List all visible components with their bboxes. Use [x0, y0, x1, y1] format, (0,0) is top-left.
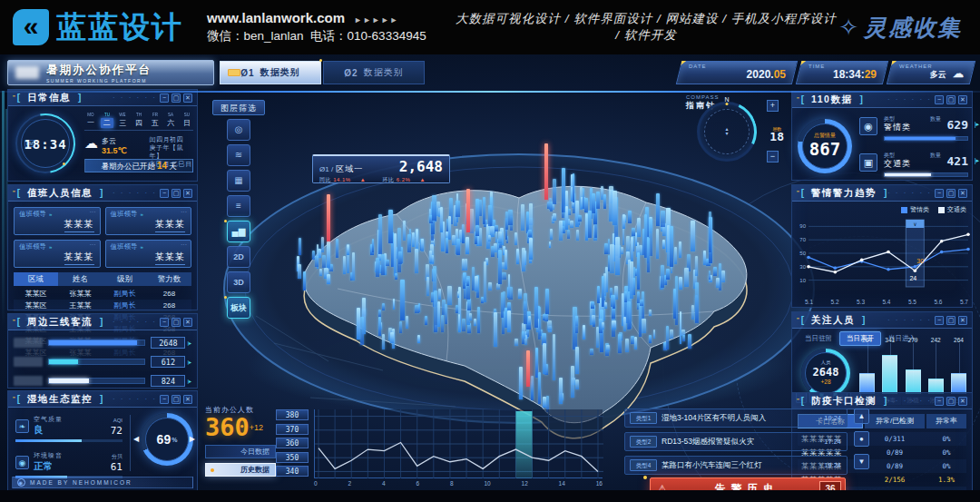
table-row[interactable]: 某某区张某某副局长268 — [14, 288, 191, 300]
panel-minimize-icon[interactable]: − — [935, 189, 944, 198]
alert-row[interactable]: 类型1湿地3-104片区有不明人员闯入◔19:24 — [624, 408, 848, 428]
layer-filter-title: 图层筛选 — [212, 100, 265, 115]
panel-minimize-icon[interactable]: − — [160, 189, 169, 198]
zoom-in-button[interactable]: + — [767, 100, 779, 112]
today-data-button[interactable]: 今日数据 — [205, 445, 276, 458]
weekday-cell[interactable]: TU二 — [101, 112, 113, 128]
alert-row[interactable]: 类型4某路口有小汽车连闯三个红灯◔19:24 — [624, 456, 848, 475]
duty-leader-card[interactable]: 值班领导»···某某某 — [14, 240, 101, 268]
bottom-strip — [0, 490, 980, 502]
gauge-next-arrow[interactable]: ▶ — [190, 435, 195, 443]
panel-minimize-icon[interactable]: − — [160, 94, 169, 103]
zoom-out-button[interactable]: − — [767, 151, 779, 162]
tooltip-compare: 同比 14.1% ▲ 环比 6.2% ▲ — [319, 176, 443, 184]
tab-data-screen-1[interactable]: Ø1数据类别 — [220, 61, 321, 84]
focus-tab[interactable]: 当日驻留 — [798, 331, 839, 346]
more-icon[interactable]: ··· — [90, 241, 96, 248]
weekday-cell[interactable]: FR五 — [149, 112, 162, 128]
alert-scroll-pause-button[interactable]: ● — [854, 431, 869, 447]
panel-restore-icon[interactable]: ▢ — [172, 318, 181, 327]
layer-button-mode-block[interactable]: 板块 — [227, 297, 250, 319]
weekday-cell[interactable]: WE三 — [116, 112, 129, 128]
weekday-cell[interactable]: TH四 — [132, 112, 145, 128]
weather-text: 多云 — [102, 137, 116, 145]
data110-row: ▣类型交通类数量421|▸ — [859, 152, 968, 182]
layer-button-mode-3d[interactable]: 3D — [227, 271, 250, 293]
layer-button-bars-layer[interactable]: ▄▆ — [227, 221, 250, 242]
alert-row[interactable]: 类型2RD13-53烟感报警疑似火灾◔17:24 — [624, 432, 848, 451]
panel-restore-icon[interactable]: ▢ — [172, 395, 181, 404]
layer-button-signal-layer[interactable]: ≋ — [227, 144, 250, 166]
alert-list: 类型1湿地3-104片区有不明人员闯入◔19:24类型2RD13-53烟感报警疑… — [624, 408, 848, 479]
type-name: 警情类 — [884, 122, 911, 133]
occupancy-delta: +12 — [250, 423, 263, 432]
col-abnormal-detected[interactable]: 异常/已检测 — [865, 414, 925, 428]
header-divider — [0, 91, 980, 93]
panel-restore-icon[interactable]: ▢ — [946, 316, 956, 325]
panel-restore-icon[interactable]: ▢ — [946, 189, 956, 198]
alert-type-badge: 类型4 — [630, 459, 657, 471]
panel-close-icon[interactable]: ✕ — [183, 395, 192, 404]
gauge-prev-arrow[interactable]: ◀ — [133, 435, 139, 443]
legend-item[interactable]: 交通类 — [938, 205, 966, 214]
chevron-icon: |▸ — [975, 157, 979, 164]
duty-leader-card[interactable]: 值班领导»···某某某 — [105, 240, 192, 268]
weekday-cell[interactable]: SA六 — [164, 112, 177, 128]
x-tick: 5.5 — [908, 299, 916, 305]
duty-leader-name: 某某某 — [155, 218, 185, 232]
panel-restore-icon[interactable]: ▢ — [172, 189, 181, 198]
tab-data-screen-2[interactable]: Ø2数据类别 — [323, 61, 425, 84]
layer-button-list-layer[interactable]: ≡ — [227, 195, 250, 217]
layer-button-mode-2d[interactable]: 2D — [227, 246, 250, 268]
more-icon[interactable]: ··· — [181, 241, 187, 248]
panel-close-icon[interactable]: ✕ — [183, 94, 192, 103]
website-link[interactable]: www.lanlanwork.com — [207, 10, 345, 25]
alarm-type-icon: ◉ — [859, 117, 877, 135]
panel-close-icon[interactable]: ✕ — [958, 189, 967, 198]
col-abnormal-rate[interactable]: 异常率 — [926, 414, 966, 428]
alert-scroll-up-button[interactable]: ▲ — [854, 408, 869, 424]
weekday-cell[interactable]: SU日 — [181, 112, 193, 128]
panel-passenger-flow: ”[周边三线客流]· · · · · ·−▢✕ 2648|▸612|▸824|▸ — [7, 313, 198, 389]
tick-icon: |▸ — [187, 340, 191, 346]
alert-scroll-down-button[interactable]: ▼ — [854, 454, 869, 469]
panel-close-icon[interactable]: ✕ — [958, 95, 967, 104]
map-3d-view[interactable] — [220, 134, 818, 448]
layer-button-locate-layer[interactable]: ◎ — [227, 119, 250, 141]
panel-close-icon[interactable]: ✕ — [183, 318, 192, 327]
duty-leader-name: 某某某 — [64, 251, 94, 265]
panel-minimize-icon[interactable]: − — [935, 397, 944, 406]
panel-close-icon[interactable]: ✕ — [183, 189, 192, 198]
history-data-button[interactable]: 历史数据 — [205, 463, 276, 477]
bar-value: 264 — [947, 337, 970, 343]
chevron-right-icon: » — [141, 244, 143, 250]
panel-minimize-icon[interactable]: − — [935, 316, 944, 325]
table-row[interactable]: 某某区王某某副局长268 — [14, 300, 191, 311]
svg-text:∨: ∨ — [913, 221, 916, 227]
chevron-right-icon: » — [49, 212, 52, 217]
occupancy-y-axis: 380370360350340 — [276, 409, 309, 480]
more-icon[interactable]: ··· — [90, 209, 96, 215]
svg-text:90: 90 — [799, 223, 806, 229]
weekday-cell[interactable]: MO一 — [84, 112, 97, 128]
panel-minimize-icon[interactable]: − — [160, 395, 169, 404]
more-icon[interactable]: ··· — [181, 209, 187, 215]
panel-restore-icon[interactable]: ▢ — [946, 95, 956, 104]
duty-leader-card[interactable]: 值班领导»···某某某 — [105, 207, 192, 235]
panel-minimize-icon[interactable]: − — [935, 95, 944, 104]
flow-value: 824 — [151, 375, 185, 387]
panel-restore-icon[interactable]: ▢ — [172, 94, 181, 103]
compass-widget: COMPASS指南针 N ▴▾ + 层数 18 − — [686, 94, 786, 172]
compass-dial[interactable]: N ▴▾ — [697, 102, 757, 162]
collect-block[interactable]: ✧ 灵感收集 — [838, 13, 962, 43]
duty-leader-card[interactable]: 值班领导»···某某某 — [14, 207, 101, 235]
layer-button-grid-layer[interactable]: ▦ — [227, 170, 250, 192]
temperature: 31.5℃ — [102, 146, 127, 155]
panel-close-icon[interactable]: ✕ — [958, 397, 967, 406]
bar-value: 279 — [902, 337, 925, 343]
panel-restore-icon[interactable]: ▢ — [946, 397, 956, 406]
panel-close-icon[interactable]: ✕ — [958, 316, 967, 325]
panel-minimize-icon[interactable]: − — [160, 318, 169, 327]
legend-item[interactable]: 警情类 — [901, 205, 929, 214]
panel-title: 110数据 — [811, 94, 852, 106]
